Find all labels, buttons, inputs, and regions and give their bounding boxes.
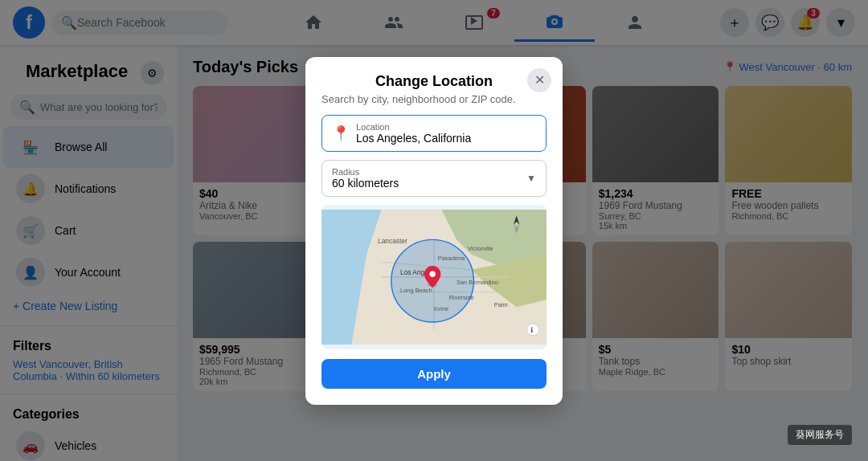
location-input-field[interactable]: 📍 Location Los Angeles, California — [321, 115, 547, 152]
modal-subtitle: Search by city, neighborhood or ZIP code… — [321, 93, 547, 105]
svg-text:Lancaster: Lancaster — [378, 237, 407, 245]
radius-dropdown-chevron-icon: ▼ — [526, 173, 536, 184]
svg-point-16 — [429, 271, 435, 276]
svg-text:Long Beach: Long Beach — [400, 286, 432, 293]
change-location-modal: Change Location ✕ Search by city, neighb… — [305, 57, 563, 405]
svg-text:Pasadena: Pasadena — [438, 255, 465, 262]
location-field-content: Location Los Angeles, California — [356, 122, 471, 145]
radius-select-field[interactable]: Radius 60 kilometers ▼ — [321, 160, 547, 197]
svg-text:Riverside: Riverside — [449, 294, 474, 301]
location-field-label: Location — [356, 122, 471, 132]
svg-text:Victorville: Victorville — [468, 245, 493, 252]
svg-text:Palm: Palm — [494, 301, 508, 308]
svg-text:San Bernardino: San Bernardino — [457, 279, 498, 286]
modal-backdrop[interactable]: Change Location ✕ Search by city, neighb… — [0, 0, 868, 461]
modal-title: Change Location — [321, 73, 547, 90]
radius-field-value: 60 kilometers — [332, 177, 399, 190]
radius-field-content: Radius 60 kilometers — [332, 167, 399, 190]
location-field-pin-icon: 📍 — [332, 124, 350, 142]
watermark: 葵网服务号 — [788, 425, 852, 445]
radius-field-label: Radius — [332, 167, 399, 177]
modal-close-button[interactable]: ✕ — [527, 68, 551, 92]
location-field-value: Los Angeles, California — [356, 132, 471, 145]
apply-button[interactable]: Apply — [321, 359, 547, 389]
svg-text:Irvine: Irvine — [434, 305, 448, 312]
location-map: Los Angeles Pasadena San Bernardino Rive… — [321, 205, 547, 349]
